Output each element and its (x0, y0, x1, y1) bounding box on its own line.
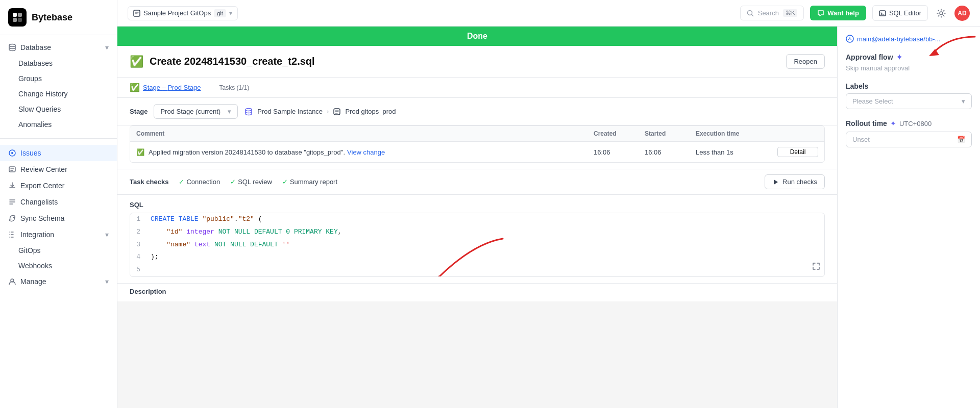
col-created: Created (594, 130, 645, 137)
right-panel: main@adela-bytebase/bb-... Approval flow… (837, 27, 980, 408)
topnav: Sample Project GitOps git ▾ Search ⌘K Wa… (117, 0, 980, 27)
check-sql-label: SQL review (238, 178, 272, 186)
settings-button[interactable] (934, 6, 948, 20)
db-name: Prod gitops_prod (345, 108, 396, 115)
sql-editor: 1 CREATE TABLE "public"."t2" ( 2 "id" in… (130, 213, 825, 277)
detail-button[interactable]: Detail (777, 147, 818, 157)
sparkle-icon: ✦ (896, 53, 902, 61)
integration-icon (8, 231, 16, 239)
github-link[interactable]: main@adela-bytebase/bb-... (846, 35, 972, 43)
sidebar-item-sync-schema[interactable]: Sync Schema (0, 210, 117, 226)
chat-icon (817, 10, 824, 17)
labels-title: Labels (846, 82, 972, 90)
database-icon (8, 43, 16, 52)
calendar-icon: 📅 (957, 136, 965, 143)
sidebar-item-integration[interactable]: Integration ▾ (0, 226, 117, 243)
task-started: 16:06 (645, 148, 696, 156)
svg-rect-9 (134, 10, 140, 16)
sidebar-item-slow-queries[interactable]: Slow Queries (0, 101, 117, 117)
sql-editor-button[interactable]: SQL Editor (872, 5, 928, 21)
sidebar-item-changelists[interactable]: Changelists (0, 194, 117, 210)
sidebar-item-anomalies[interactable]: Anomalies (0, 117, 117, 132)
sidebar-label-export: Export Center (20, 182, 64, 190)
stage-select[interactable]: Prod Stage (current) ▾ (154, 104, 238, 119)
run-checks-button[interactable]: Run checks (765, 174, 825, 189)
want-help-button[interactable]: Want help (810, 6, 866, 20)
export-icon (8, 182, 16, 190)
chevron-down-icon-stage: ▾ (228, 108, 231, 115)
rollout-title-row: Rollout time ✦ UTC+0800 (846, 119, 972, 128)
sidebar-item-database[interactable]: Database ▾ (0, 39, 117, 56)
expand-icon[interactable] (812, 262, 820, 272)
chevron-down-icon-manage: ▾ (105, 277, 109, 286)
tasks-label: Tasks (1/1) (219, 84, 250, 91)
svg-rect-7 (9, 167, 15, 172)
stage-selector-label: Stage (130, 108, 148, 115)
github-link-text: main@adela-bytebase/bb-... (857, 35, 941, 43)
stage-check-icon: ✅ (130, 83, 140, 92)
col-exec-time: Execution time (696, 130, 777, 137)
svg-point-13 (246, 108, 252, 111)
sql-line-5: 5 (130, 264, 824, 276)
logo-icon (8, 8, 27, 27)
stage-current-value: Prod Stage (current) (160, 108, 220, 115)
task-checks-label: Task checks (130, 178, 168, 186)
sidebar-item-databases[interactable]: Databases (0, 56, 117, 71)
project-name: Sample Project GitOps (143, 9, 211, 17)
sidebar-item-groups[interactable]: Groups (0, 71, 117, 86)
svg-rect-0 (13, 13, 17, 17)
play-icon (772, 178, 779, 186)
sidebar-item-issues[interactable]: Issues (0, 145, 117, 161)
svg-rect-1 (18, 13, 22, 17)
sidebar-item-export-center[interactable]: Export Center (0, 177, 117, 194)
sidebar-item-review-center[interactable]: Review Center (0, 161, 117, 177)
stage-link[interactable]: Stage – Prod Stage (143, 84, 201, 91)
breadcrumb: Prod Sample Instance › Prod gitops_prod (244, 107, 396, 116)
skip-manual-approval[interactable]: Skip manual approval (846, 64, 972, 72)
description-section: Description (117, 283, 837, 301)
project-selector[interactable]: Sample Project GitOps git ▾ (128, 6, 238, 20)
sidebar-label-sync: Sync Schema (20, 214, 64, 222)
sidebar-item-webhooks[interactable]: Webhooks (0, 258, 117, 273)
view-change-link[interactable]: View change (347, 148, 385, 156)
sql-line-4: 4 ); (130, 251, 824, 264)
sidebar: Bytebase Database ▾ Databases Groups Cha… (0, 0, 117, 408)
search-bar[interactable]: Search ⌘K (740, 6, 804, 20)
project-icon (133, 10, 140, 17)
svg-point-6 (11, 152, 13, 154)
issue-header: ✅ Create 20248141530_create_t2.sql Reope… (117, 46, 837, 78)
nav-section: Issues Review Center Export Center Chang… (0, 141, 117, 294)
avatar[interactable]: AD (954, 6, 970, 21)
reopen-button[interactable]: Reopen (786, 54, 825, 69)
rp-labels-section: Labels Please Select ▾ (846, 82, 972, 109)
check-ok-icon-2: ✓ (230, 178, 236, 186)
chevron-down-icon-labels: ▾ (962, 97, 965, 105)
gear-icon (937, 9, 946, 18)
rollout-timezone: UTC+0800 (899, 120, 932, 128)
sql-line-3: 3 "name" text NOT NULL DEFAULT '' (130, 239, 824, 251)
task-created: 16:06 (594, 148, 645, 156)
content-area: Done ✅ Create 20248141530_create_t2.sql … (117, 27, 980, 408)
issue-title: Create 20248141530_create_t2.sql (150, 56, 315, 67)
labels-placeholder: Please Select (852, 97, 893, 105)
labels-select[interactable]: Please Select ▾ (846, 93, 972, 109)
check-ok-icon: ✓ (179, 178, 184, 186)
rollout-datetime-picker[interactable]: Unset 📅 (846, 132, 972, 147)
sidebar-item-gitops[interactable]: GitOps (0, 243, 117, 258)
github-icon (846, 35, 854, 43)
manage-icon (8, 277, 16, 286)
approval-flow-title: Approval flow ✦ (846, 53, 972, 61)
database-label: Database (20, 43, 51, 52)
sidebar-label-issues: Issues (20, 149, 41, 157)
sql-line-2: 2 "id" integer NOT NULL DEFAULT 0 PRIMAR… (130, 226, 824, 239)
rp-approval-section: Approval flow ✦ Skip manual approval (846, 53, 972, 72)
check-connection-label: Connection (186, 178, 220, 186)
logo-text: Bytebase (32, 12, 72, 23)
table-header: Comment Created Started Execution time (130, 126, 824, 142)
review-icon (8, 165, 16, 173)
git-badge: git (214, 9, 226, 17)
sidebar-item-change-history[interactable]: Change History (0, 86, 117, 101)
want-help-label: Want help (827, 9, 859, 17)
sidebar-item-manage[interactable]: Manage ▾ (0, 273, 117, 290)
col-comment: Comment (136, 130, 594, 137)
